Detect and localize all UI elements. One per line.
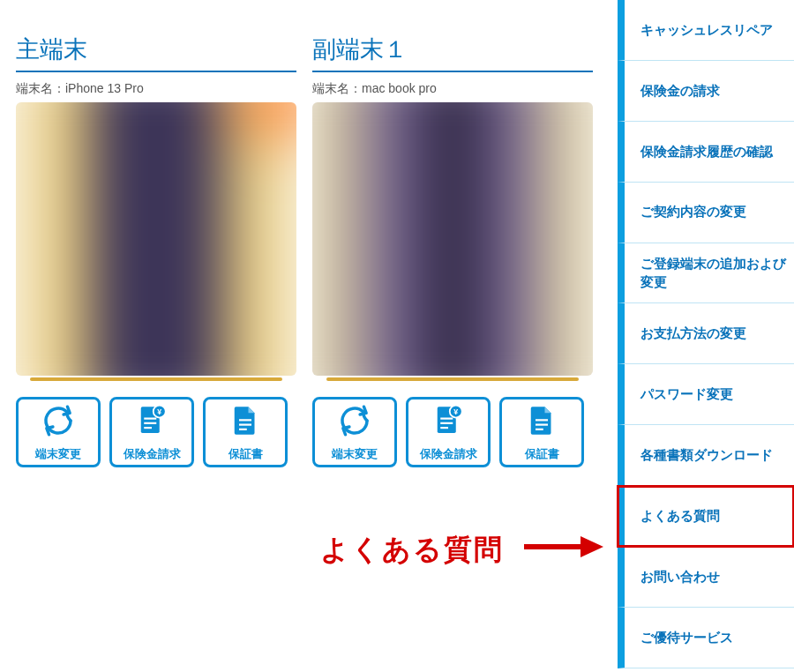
annotation-text: よくある質問 xyxy=(320,531,504,570)
refresh-icon xyxy=(40,402,77,443)
sidebar-item-contract-change[interactable]: ご契約内容の変更 xyxy=(618,183,794,243)
device-name-line: 端末名：mac book pro xyxy=(312,72,593,102)
sidebar-item-claim-history[interactable]: 保険金請求履歴の確認 xyxy=(618,122,794,183)
image-underline xyxy=(30,377,282,381)
device-card-primary: 主端末 端末名：iPhone 13 Pro 端末変更 ¥ xyxy=(16,34,296,467)
sidebar-item-payment-change[interactable]: お支払方法の変更 xyxy=(618,303,794,364)
svg-rect-11 xyxy=(440,422,453,424)
sidebar-item-label: 各種書類ダウンロード xyxy=(640,446,773,464)
sidebar-item-label: 保険金の請求 xyxy=(640,82,720,100)
main-content: 主端末 端末名：iPhone 13 Pro 端末変更 ¥ xyxy=(0,0,609,672)
claim-insurance-button[interactable]: ¥ 保険金請求 xyxy=(109,397,194,467)
sidebar-item-insurance-claim[interactable]: 保険金の請求 xyxy=(618,61,794,122)
device-name-prefix: 端末名： xyxy=(16,81,65,95)
sidebar-item-label: お支払方法の変更 xyxy=(640,325,746,342)
device-image-blurred xyxy=(16,102,296,376)
svg-rect-15 xyxy=(536,419,548,421)
svg-rect-12 xyxy=(440,427,448,429)
device-card-secondary: 副端末１ 端末名：mac book pro 端末変更 ¥ xyxy=(312,34,593,467)
device-image-blur-layer xyxy=(16,102,296,376)
sidebar-item-label: 保険金請求履歴の確認 xyxy=(640,143,773,161)
card-title: 副端末１ xyxy=(312,34,593,72)
sidebar-item-label: お問い合わせ xyxy=(640,568,720,586)
warranty-document-button[interactable]: 保証書 xyxy=(499,397,584,467)
svg-rect-10 xyxy=(440,418,453,420)
yen-document-icon: ¥ xyxy=(430,402,467,443)
sidebar-item-label: パスワード変更 xyxy=(640,385,733,403)
sidebar-item-label: キャッシュレスリペア xyxy=(640,21,773,39)
action-label: 端末変更 xyxy=(35,446,81,462)
claim-insurance-button[interactable]: ¥ 保険金請求 xyxy=(406,397,491,467)
change-device-button[interactable]: 端末変更 xyxy=(16,397,101,467)
device-name-value: mac book pro xyxy=(362,81,437,95)
sidebar-item-documents-download[interactable]: 各種書類ダウンロード xyxy=(618,425,794,486)
sidebar-item-special-offers[interactable]: ご優待サービス xyxy=(618,608,794,668)
device-name-line: 端末名：iPhone 13 Pro xyxy=(16,72,296,102)
svg-rect-2 xyxy=(144,422,156,424)
sidebar-item-label: よくある質問 xyxy=(640,507,720,525)
device-image-blurred xyxy=(312,102,593,376)
sidebar-item-label: ご登録端末の追加および変更 xyxy=(640,255,794,291)
card-title: 主端末 xyxy=(16,34,296,72)
document-icon xyxy=(227,402,264,443)
warranty-document-button[interactable]: 保証書 xyxy=(203,397,288,467)
sidebar-item-password-change[interactable]: パスワード変更 xyxy=(618,364,794,425)
action-label: 端末変更 xyxy=(332,446,378,462)
sidebar-item-device-add-change[interactable]: ご登録端末の追加および変更 xyxy=(618,243,794,304)
action-label: 保険金請求 xyxy=(124,446,181,462)
sidebar-item-label: ご契約内容の変更 xyxy=(640,203,746,220)
svg-rect-7 xyxy=(239,424,251,426)
svg-rect-1 xyxy=(144,418,156,420)
action-label: 保証書 xyxy=(525,446,559,462)
annotation-arrow-icon xyxy=(522,534,603,559)
svg-rect-6 xyxy=(239,419,251,421)
svg-rect-17 xyxy=(536,429,543,430)
document-icon xyxy=(523,402,560,443)
device-cards-row: 主端末 端末名：iPhone 13 Pro 端末変更 ¥ xyxy=(16,34,593,467)
card-actions-row: 端末変更 ¥ 保険金請求 保証書 xyxy=(312,397,593,467)
sidebar-item-contact[interactable]: お問い合わせ xyxy=(618,547,794,608)
sidebar-item-label: ご優待サービス xyxy=(640,629,733,646)
svg-text:¥: ¥ xyxy=(453,407,458,416)
sidebar-item-cashless-repair[interactable]: キャッシュレスリペア xyxy=(618,0,794,61)
refresh-icon xyxy=(336,402,373,443)
yen-document-icon: ¥ xyxy=(133,402,170,443)
change-device-button[interactable]: 端末変更 xyxy=(312,397,397,467)
image-underline xyxy=(326,377,579,381)
device-name-value: iPhone 13 Pro xyxy=(65,81,144,95)
svg-rect-8 xyxy=(239,429,247,430)
device-name-prefix: 端末名： xyxy=(312,81,362,95)
device-image-blur-layer xyxy=(312,102,593,376)
action-label: 保証書 xyxy=(228,446,263,462)
sidebar-item-faq[interactable]: よくある質問 xyxy=(618,486,794,547)
svg-text:¥: ¥ xyxy=(157,407,161,416)
svg-marker-19 xyxy=(581,536,603,557)
action-label: 保険金請求 xyxy=(420,446,477,462)
svg-rect-3 xyxy=(144,427,152,429)
sidebar-nav: キャッシュレスリペア 保険金の請求 保険金請求履歴の確認 ご契約内容の変更 ご登… xyxy=(618,0,794,672)
svg-rect-16 xyxy=(536,424,548,426)
card-actions-row: 端末変更 ¥ 保険金請求 保証書 xyxy=(16,397,296,467)
